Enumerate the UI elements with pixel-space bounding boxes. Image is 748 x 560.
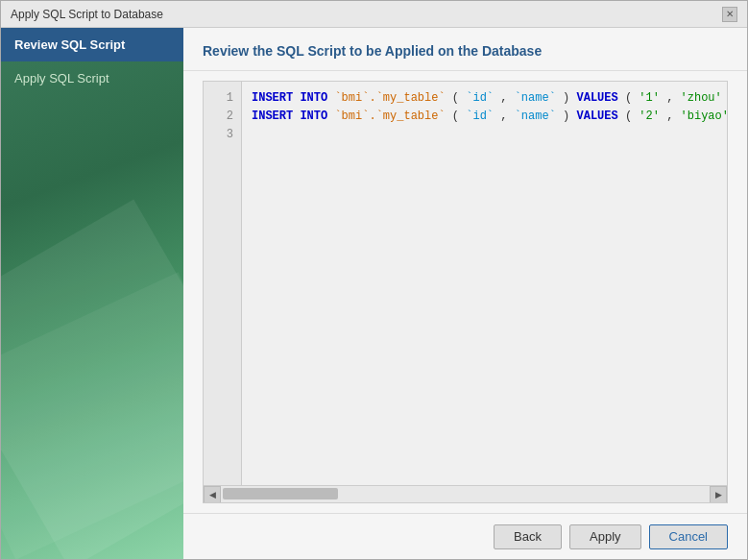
line-number: 2 bbox=[204, 108, 241, 126]
sidebar-item-review-sql-script[interactable]: Review SQL Script bbox=[1, 28, 183, 61]
column-ref: `id` bbox=[466, 110, 494, 123]
title-bar-text: Apply SQL Script to Database bbox=[11, 8, 163, 21]
line-number: 3 bbox=[204, 126, 241, 144]
scroll-thumb[interactable] bbox=[223, 488, 338, 499]
footer: Back Apply Cancel bbox=[183, 513, 747, 559]
content-title: Review the SQL Script to be Applied on t… bbox=[203, 43, 728, 59]
sidebar-item-label: Review SQL Script bbox=[14, 37, 125, 52]
sidebar-item-apply-sql-script[interactable]: Apply SQL Script bbox=[1, 61, 183, 95]
line-numbers: 1 2 3 bbox=[204, 82, 242, 485]
apply-button[interactable]: Apply bbox=[569, 524, 641, 549]
sidebar-item-label: Apply SQL Script bbox=[14, 71, 109, 85]
back-button[interactable]: Back bbox=[494, 524, 562, 549]
code-line-1: INSERT INTO `bmi`.`my_table` ( `id` , `n… bbox=[252, 89, 727, 108]
keyword: INSERT INTO bbox=[252, 110, 327, 123]
column-ref: `name` bbox=[515, 91, 556, 105]
cancel-button[interactable]: Cancel bbox=[649, 524, 728, 549]
scroll-right-arrow[interactable]: ▶ bbox=[710, 486, 727, 503]
scroll-left-arrow[interactable]: ◀ bbox=[204, 486, 221, 503]
scroll-track[interactable] bbox=[221, 486, 710, 502]
keyword: INSERT INTO bbox=[252, 91, 327, 105]
main-layout: Review SQL Script Apply SQL Script Revie… bbox=[1, 28, 747, 559]
value: 'biyao' bbox=[681, 110, 727, 123]
sidebar: Review SQL Script Apply SQL Script bbox=[1, 28, 183, 559]
keyword: VALUES bbox=[577, 91, 618, 105]
close-button[interactable]: ✕ bbox=[722, 7, 737, 22]
column-ref: `id` bbox=[466, 91, 494, 105]
content-area: Review the SQL Script to be Applied on t… bbox=[183, 28, 747, 559]
code-scroll-area[interactable]: 1 2 3 INSERT INTO `bmi`.`my_table` ( `id… bbox=[204, 82, 727, 485]
code-content: INSERT INTO `bmi`.`my_table` ( `id` , `n… bbox=[242, 82, 727, 485]
horizontal-scrollbar[interactable]: ◀ ▶ bbox=[204, 485, 727, 502]
title-bar: Apply SQL Script to Database ✕ bbox=[1, 1, 747, 28]
value: 'zhou' bbox=[681, 91, 722, 105]
value: '2' bbox=[639, 110, 660, 123]
table-ref: `bmi`.`my_table` bbox=[334, 110, 445, 123]
code-line-3 bbox=[252, 126, 727, 144]
code-container: 1 2 3 INSERT INTO `bmi`.`my_table` ( `id… bbox=[203, 81, 728, 503]
content-header: Review the SQL Script to be Applied on t… bbox=[183, 28, 747, 71]
value: '1' bbox=[639, 91, 660, 105]
line-number: 1 bbox=[204, 89, 241, 108]
table-ref: `bmi`.`my_table` bbox=[334, 91, 445, 105]
code-line-2: INSERT INTO `bmi`.`my_table` ( `id` , `n… bbox=[252, 108, 727, 126]
keyword: VALUES bbox=[577, 110, 618, 123]
column-ref: `name` bbox=[515, 110, 556, 123]
